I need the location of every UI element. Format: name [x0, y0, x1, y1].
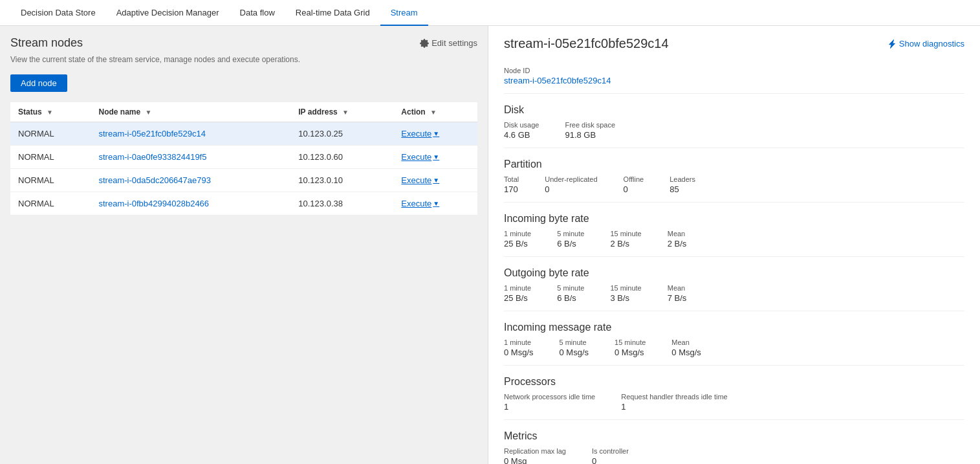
disk-metrics: Disk usage 4.6 GB Free disk space 91.8 G… [504, 121, 964, 140]
ibr-1min-label: 1 minute [504, 230, 531, 238]
imr-15min-value: 0 Msg/s [615, 348, 646, 357]
col-action: Action ▼ [393, 102, 477, 122]
panel-header: Stream nodes Edit settings [10, 36, 477, 50]
selected-node-title: stream-i-05e21fc0bfe529c14 [504, 36, 669, 51]
partition-metrics: Total 170 Under-replicated 0 Offline 0 L… [504, 175, 964, 194]
obr-15min-label: 15 minute [610, 284, 641, 292]
row-node-name: stream-i-0fbb42994028b2466 [91, 192, 291, 215]
processors-heading: Processors [504, 376, 964, 388]
nodes-table: Status ▼ Node name ▼ IP address ▼ Action… [10, 102, 477, 215]
ibr-5min-value: 6 B/s [557, 239, 584, 249]
right-panel: stream-i-05e21fc0bfe529c14 Show diagnost… [488, 26, 980, 464]
imr-5min-item: 5 minute 0 Msg/s [560, 338, 589, 357]
node-id-label: Node ID [504, 67, 964, 74]
table-row[interactable]: NORMALstream-i-0da5dc206647ae79310.123.0… [10, 169, 477, 192]
table-row[interactable]: NORMALstream-i-05e21fc0bfe529c1410.123.0… [10, 122, 477, 146]
row-action: Execute ▼ [393, 169, 477, 192]
row-status: NORMAL [10, 192, 91, 215]
obr-5min-value: 6 B/s [557, 293, 584, 303]
replication-max-lag-item: Replication max lag 0 Msg [504, 447, 566, 464]
partition-total-label: Total [504, 175, 519, 183]
replication-max-lag-label: Replication max lag [504, 447, 566, 455]
table-row[interactable]: NORMALstream-i-0ae0fe933824419f510.123.0… [10, 146, 477, 169]
nav-item-adaptive-decision-manager[interactable]: Adaptive Decision Manager [106, 0, 230, 26]
status-filter-icon[interactable]: ▼ [47, 109, 53, 116]
execute-button[interactable]: Execute ▼ [401, 199, 439, 208]
ibr-1min-value: 25 B/s [504, 239, 531, 249]
node-name-link[interactable]: stream-i-0ae0fe933824419f5 [99, 152, 207, 162]
show-diagnostics-button[interactable]: Show diagnostics [887, 39, 964, 49]
ibr-mean-item: Mean 2 B/s [668, 230, 687, 249]
lightning-icon [887, 39, 897, 49]
obr-mean-label: Mean [668, 284, 687, 292]
ip-filter-icon[interactable]: ▼ [342, 109, 349, 116]
ibr-15min-label: 15 minute [610, 230, 641, 238]
disk-usage-item: Disk usage 4.6 GB [504, 121, 539, 140]
partition-heading: Partition [504, 159, 964, 170]
node-name-link[interactable]: stream-i-0da5dc206647ae793 [99, 175, 211, 185]
row-ip-address: 10.123.0.38 [290, 192, 393, 215]
nav-item-stream[interactable]: Stream [380, 0, 428, 26]
edit-settings-button[interactable]: Edit settings [420, 38, 477, 48]
node-id-section: Node ID stream-i-05e21fc0bfe529c14 [504, 67, 964, 85]
nav-item-decision-data-store[interactable]: Decision Data Store [10, 0, 106, 26]
col-node-name: Node name ▼ [91, 102, 291, 122]
right-panel-header: stream-i-05e21fc0bfe529c14 Show diagnost… [504, 36, 964, 56]
is-controller-value: 0 [592, 456, 629, 464]
imr-mean-item: Mean 0 Msg/s [671, 338, 701, 357]
request-handler-item: Request handler threads idle time 1 [621, 393, 727, 412]
obr-5min-label: 5 minute [557, 284, 584, 292]
metrics-heading: Metrics [504, 430, 964, 442]
partition-under-replicated-value: 0 [545, 184, 597, 194]
action-filter-icon[interactable]: ▼ [430, 109, 437, 116]
row-action: Execute ▼ [393, 122, 477, 146]
obr-1min-label: 1 minute [504, 284, 531, 292]
execute-button[interactable]: Execute ▼ [401, 129, 439, 138]
top-nav: Decision Data Store Adaptive Decision Ma… [0, 0, 980, 26]
add-node-button[interactable]: Add node [10, 74, 67, 92]
row-ip-address: 10.123.0.60 [290, 146, 393, 169]
disk-usage-label: Disk usage [504, 121, 539, 129]
node-name-link[interactable]: stream-i-0fbb42994028b2466 [99, 199, 210, 208]
row-node-name: stream-i-0da5dc206647ae793 [91, 169, 291, 192]
execute-button[interactable]: Execute ▼ [401, 152, 439, 162]
obr-mean-value: 7 B/s [668, 293, 687, 303]
nav-item-real-time-data-grid[interactable]: Real-time Data Grid [285, 0, 380, 26]
imr-1min-label: 1 minute [504, 338, 534, 346]
obr-5min-item: 5 minute 6 B/s [557, 284, 584, 303]
row-status: NORMAL [10, 146, 91, 169]
col-ip-address: IP address ▼ [290, 102, 393, 122]
partition-leaders-label: Leaders [670, 175, 695, 183]
node-name-filter-icon[interactable]: ▼ [146, 109, 152, 116]
incoming-byte-rate-heading: Incoming byte rate [504, 213, 964, 225]
node-id-link[interactable]: stream-i-05e21fc0bfe529c14 [504, 76, 611, 85]
imr-5min-label: 5 minute [560, 338, 589, 346]
gear-icon [420, 39, 429, 48]
partition-offline-value: 0 [624, 184, 644, 194]
free-disk-item: Free disk space 91.8 GB [565, 121, 615, 140]
table-row[interactable]: NORMALstream-i-0fbb42994028b246610.123.0… [10, 192, 477, 215]
incoming-byte-rate-metrics: 1 minute 25 B/s 5 minute 6 B/s 15 minute… [504, 230, 964, 249]
partition-under-replicated-label: Under-replicated [545, 175, 597, 183]
network-processors-item: Network processors idle time 1 [504, 393, 595, 412]
show-diagnostics-label: Show diagnostics [899, 39, 964, 49]
ibr-15min-value: 2 B/s [610, 239, 641, 249]
ibr-15min-item: 15 minute 2 B/s [610, 230, 641, 249]
disk-heading: Disk [504, 104, 964, 116]
partition-total-value: 170 [504, 184, 519, 194]
partition-offline-item: Offline 0 [624, 175, 644, 194]
execute-button[interactable]: Execute ▼ [401, 175, 439, 185]
partition-total-item: Total 170 [504, 175, 519, 194]
row-node-name: stream-i-05e21fc0bfe529c14 [91, 122, 291, 146]
main-container: Stream nodes Edit settings View the curr… [0, 26, 980, 464]
nav-item-data-flow[interactable]: Data flow [230, 0, 285, 26]
imr-mean-label: Mean [671, 338, 701, 346]
node-name-link[interactable]: stream-i-05e21fc0bfe529c14 [99, 129, 206, 138]
disk-usage-value: 4.6 GB [504, 130, 539, 140]
imr-mean-value: 0 Msg/s [671, 348, 701, 357]
row-status: NORMAL [10, 122, 91, 146]
row-status: NORMAL [10, 169, 91, 192]
ibr-5min-item: 5 minute 6 B/s [557, 230, 584, 249]
partition-offline-label: Offline [624, 175, 644, 183]
row-ip-address: 10.123.0.10 [290, 169, 393, 192]
